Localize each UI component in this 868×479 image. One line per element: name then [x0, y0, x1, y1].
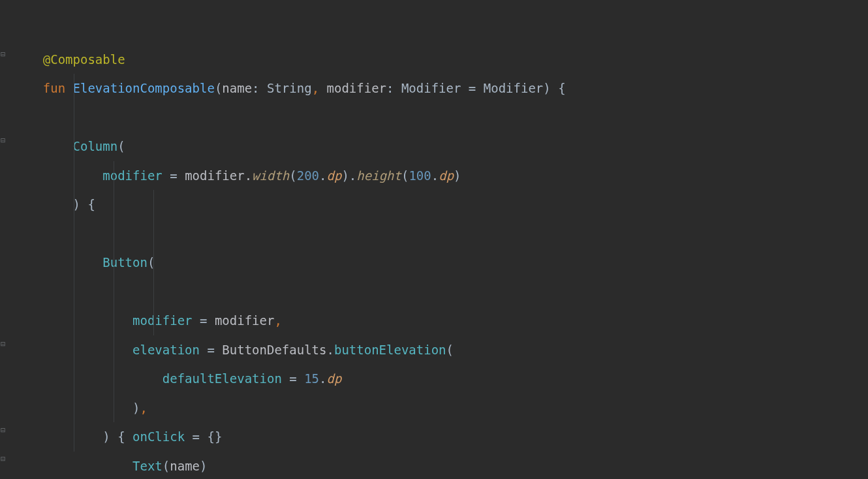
- indent-guide: [114, 335, 114, 365]
- indent-guide: [153, 248, 154, 277]
- code-line: ) {: [13, 335, 868, 365]
- code-line: elevation = ButtonDefaults.buttonElevati…: [13, 219, 868, 249]
- indent-guide: [74, 190, 74, 219]
- indent-guide: [74, 335, 74, 365]
- indent-guide: [153, 277, 154, 307]
- code-line: defaultElevation = 15.dp: [13, 248, 868, 277]
- indent-guide: [114, 248, 114, 277]
- indent-guide: [74, 364, 74, 394]
- code-line: @Composable: [13, 16, 868, 45]
- indent-guide: [114, 190, 114, 219]
- indent-guide: [153, 190, 154, 219]
- code-line: ),: [13, 277, 868, 307]
- code-line: modifier = modifier,: [13, 190, 868, 219]
- code-line: Text(name): [13, 364, 868, 394]
- indent-guide: [74, 277, 74, 307]
- code-line: fun ElevationComposable(name: String, mo…: [13, 45, 868, 74]
- indent-guide: [74, 422, 74, 452]
- indent-guide: [74, 161, 74, 191]
- indent-guide: [114, 161, 114, 191]
- code-line: }: [13, 422, 868, 452]
- code-line: ) {: [13, 132, 868, 161]
- code-line: Button(: [13, 161, 868, 191]
- indent-guide: [114, 394, 114, 423]
- indent-guide: [153, 306, 154, 335]
- code-line: Column(: [13, 74, 868, 103]
- indent-guide: [74, 74, 74, 103]
- indent-guide: [153, 219, 154, 249]
- code-line: modifier = modifier.width(200.dp).height…: [13, 103, 868, 132]
- code-line: }: [13, 452, 868, 480]
- indent-guide: [114, 219, 114, 249]
- indent-guide: [114, 277, 114, 307]
- code-line: }: [13, 394, 868, 423]
- indent-guide: [74, 248, 74, 277]
- indent-guide: [74, 219, 74, 249]
- indent-guide: [114, 306, 114, 335]
- indent-guide: [74, 103, 74, 132]
- indent-guide: [114, 364, 114, 394]
- indent-guide: [74, 306, 74, 335]
- indent-guide: [74, 132, 74, 161]
- code-editor[interactable]: @Composable fun ElevationComposable(name…: [0, 0, 868, 479]
- indent-guide: [74, 394, 74, 423]
- code-line: onClick = {}: [13, 306, 868, 335]
